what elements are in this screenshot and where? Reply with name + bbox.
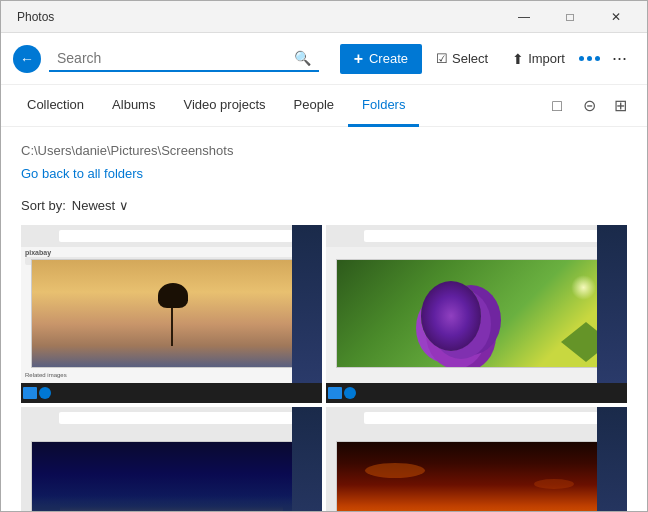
screenshot-3 [21, 407, 322, 512]
browser-ctrl [340, 232, 348, 240]
view-grid2-button[interactable]: ⊝ [575, 92, 603, 120]
browser-ctrl [350, 232, 358, 240]
sun-glare [571, 275, 596, 300]
browser-chrome-top-2 [326, 225, 627, 247]
title-bar-title: Photos [9, 10, 54, 24]
browser-ctrl [330, 414, 338, 422]
taskbar-1 [21, 383, 322, 403]
related-label: Related images [25, 372, 67, 378]
browser-ctrl [25, 414, 33, 422]
back-to-folders-link[interactable]: Go back to all folders [21, 166, 143, 181]
photo-item[interactable] [326, 407, 627, 512]
import-button[interactable]: ⬆ Import [502, 45, 575, 73]
tab-folders-label: Folders [362, 97, 405, 112]
browser-ctrl [35, 414, 43, 422]
inner-photo-2 [336, 259, 617, 368]
browser-ctrl [35, 232, 43, 240]
content-area: C:\Users\danie\Pictures\Screenshots Go b… [1, 127, 647, 512]
sort-dropdown[interactable]: Newest ∨ [72, 198, 129, 213]
dot2 [587, 56, 592, 61]
tab-albums[interactable]: Albums [98, 85, 169, 127]
view-grid2-icon: ⊝ [583, 96, 596, 115]
tab-albums-label: Albums [112, 97, 155, 112]
taskbar-2 [326, 383, 627, 403]
search-input[interactable] [57, 50, 294, 66]
search-button[interactable]: 🔍 [294, 50, 311, 66]
address-bar-4 [364, 412, 605, 424]
photo-item[interactable]: pixabay Related images [21, 225, 322, 403]
browser-ctrl [350, 414, 358, 422]
inner-photo-3 [31, 441, 312, 512]
screenshot-2 [326, 225, 627, 403]
photo-grid: pixabay Related images [21, 225, 627, 512]
create-label: Create [369, 51, 408, 66]
cloud-2 [534, 479, 574, 489]
sort-chevron-icon: ∨ [119, 198, 129, 213]
more-options-button[interactable]: ··· [604, 44, 635, 73]
select-icon: ☑ [436, 51, 448, 66]
view-grid3-icon: ⊞ [614, 96, 628, 115]
view-single-button[interactable]: □ [543, 92, 571, 120]
desktop-bg-right-2 [597, 225, 627, 383]
search-container: 🔍 [49, 46, 319, 72]
cloud-1 [365, 463, 425, 478]
tab-people[interactable]: People [280, 85, 348, 127]
back-arrow-icon: ← [20, 51, 34, 67]
browser-content-1: pixabay Related images [21, 247, 322, 383]
browser-content-4 [326, 429, 627, 512]
breadcrumb: C:\Users\danie\Pictures\Screenshots [21, 143, 627, 158]
search-icon: 🔍 [294, 50, 311, 66]
title-bar-controls: — □ ✕ [501, 1, 639, 33]
tab-collection-label: Collection [27, 97, 84, 112]
city-lights [60, 506, 283, 512]
close-button[interactable]: ✕ [593, 1, 639, 33]
browser-ctrl [45, 232, 53, 240]
tab-folders[interactable]: Folders [348, 85, 419, 127]
view-controls: □ ⊝ ⊞ [543, 92, 635, 120]
site-name: pixabay [25, 249, 51, 256]
tab-collection[interactable]: Collection [13, 85, 98, 127]
address-bar-2 [364, 230, 605, 242]
browser-ctrl [25, 232, 33, 240]
desktop-bg-right-4 [597, 407, 627, 512]
browser-ctrl [340, 414, 348, 422]
more-icon: ··· [612, 48, 627, 68]
browser-chrome-top-3 [21, 407, 322, 429]
sort-label: Sort by: [21, 198, 66, 213]
photo-item[interactable] [21, 407, 322, 512]
tab-video-projects[interactable]: Video projects [169, 85, 279, 127]
browser-ctrl [45, 414, 53, 422]
select-button[interactable]: ☑ Select [426, 45, 498, 72]
start-btn [23, 387, 37, 399]
browser-chrome-top-4 [326, 407, 627, 429]
start-btn [328, 387, 342, 399]
nav-tabs: Collection Albums Video projects People … [1, 85, 647, 127]
tab-video-projects-label: Video projects [183, 97, 265, 112]
loading-indicator [579, 56, 600, 61]
view-grid3-button[interactable]: ⊞ [607, 92, 635, 120]
title-bar: Photos — □ ✕ [1, 1, 647, 33]
title-bar-left: Photos [9, 10, 54, 24]
screenshot-1: pixabay Related images [21, 225, 322, 403]
desktop-bg-right-3 [292, 407, 322, 512]
maximize-button[interactable]: □ [547, 1, 593, 33]
import-label: Import [528, 51, 565, 66]
sort-bar: Sort by: Newest ∨ [21, 198, 627, 213]
back-button[interactable]: ← [13, 45, 41, 73]
create-plus-icon: + [354, 50, 363, 68]
browser-content-3 [21, 429, 322, 512]
screenshot-4 [326, 407, 627, 512]
inner-photo-4 [336, 441, 617, 512]
select-label: Select [452, 51, 488, 66]
address-bar-3 [59, 412, 300, 424]
sort-value: Newest [72, 198, 115, 213]
minimize-button[interactable]: — [501, 1, 547, 33]
toolbar-actions: + Create ☑ Select ⬆ Import ··· [340, 44, 635, 74]
tab-people-label: People [294, 97, 334, 112]
desktop-bg-right [292, 225, 322, 383]
create-button[interactable]: + Create [340, 44, 422, 74]
dot3 [595, 56, 600, 61]
browser-ctrl [330, 232, 338, 240]
edge-icon [344, 387, 356, 399]
photo-item[interactable] [326, 225, 627, 403]
